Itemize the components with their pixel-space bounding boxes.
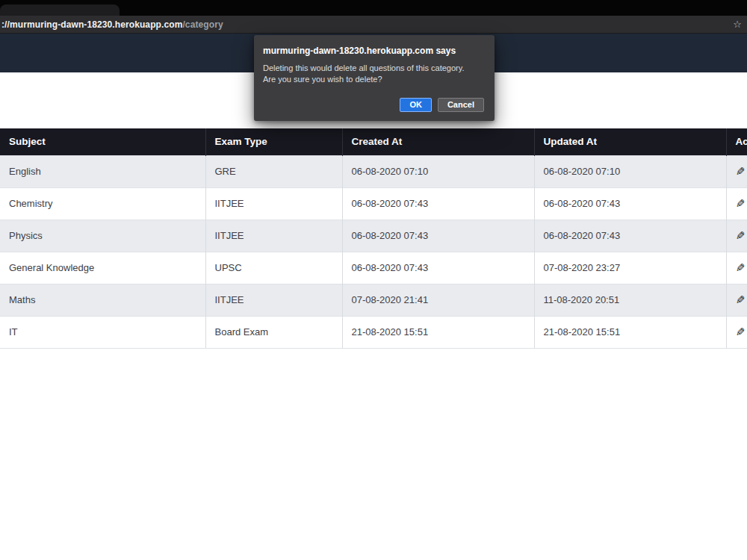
cell-actions: ✎ (726, 220, 747, 252)
edit-icon[interactable]: ✎ (736, 261, 746, 275)
header-exam-type: Exam Type (205, 128, 342, 155)
cell-exam-type: IITJEE (205, 220, 342, 252)
cell-actions: ✎ (726, 155, 747, 187)
alert-dialog-title: murmuring-dawn-18230.herokuapp.com says (263, 46, 484, 56)
cell-actions: ✎ (726, 187, 747, 220)
alert-dialog: murmuring-dawn-18230.herokuapp.com says … (254, 35, 495, 121)
cell-exam-type: UPSC (205, 252, 342, 284)
cell-updated-at: 06-08-2020 07:43 (534, 220, 726, 252)
cell-exam-type: GRE (205, 155, 342, 187)
table-row: Chemistry IITJEE 06-08-2020 07:43 06-08-… (0, 187, 747, 220)
header-created-at: Created At (342, 128, 534, 155)
cell-actions: ✎ (726, 316, 747, 348)
alert-dialog-buttons: OK Cancel (263, 98, 484, 112)
header-subject: Subject (0, 128, 205, 155)
cell-subject: General Knowledge (0, 252, 205, 284)
cell-created-at: 06-08-2020 07:43 (342, 187, 534, 220)
url-text: ://murmuring-dawn-18230.herokuapp.com/ca… (0, 19, 223, 30)
edit-icon[interactable]: ✎ (736, 229, 746, 243)
cell-created-at: 21-08-2020 15:51 (342, 316, 534, 348)
alert-message-line-2: Are you sure you wish to delete? (263, 75, 382, 84)
edit-icon[interactable]: ✎ (736, 293, 746, 307)
cell-updated-at: 06-08-2020 07:43 (534, 187, 726, 220)
cell-exam-type: IITJEE (205, 284, 342, 316)
edit-icon[interactable]: ✎ (736, 197, 746, 211)
browser-tab[interactable] (0, 4, 120, 16)
cell-subject: Chemistry (0, 187, 205, 220)
cancel-button[interactable]: Cancel (438, 98, 484, 112)
cell-subject: Physics (0, 220, 205, 252)
edit-icon[interactable]: ✎ (736, 326, 746, 339)
cell-updated-at: 07-08-2020 23:27 (534, 252, 726, 284)
cell-subject: IT (0, 316, 205, 348)
cell-updated-at: 06-08-2020 07:10 (534, 155, 726, 187)
cell-actions: ✎ (726, 284, 747, 316)
url-host: murmuring-dawn-18230.herokuapp.com (10, 19, 182, 30)
cell-subject: English (0, 155, 205, 187)
table-header-row: Subject Exam Type Created At Updated At … (0, 128, 747, 155)
cell-actions: ✎ (726, 252, 747, 284)
page-content: Subject Exam Type Created At Updated At … (0, 72, 747, 560)
edit-icon[interactable]: ✎ (736, 165, 746, 178)
bookmark-star-icon[interactable]: ☆ (733, 18, 742, 31)
url-path: /category (182, 19, 223, 30)
cell-updated-at: 11-08-2020 20:51 (534, 284, 726, 316)
browser-tab-strip (0, 0, 747, 16)
alert-message-line-1: Deleting this would delete all questions… (263, 63, 464, 72)
browser-address-bar[interactable]: ://murmuring-dawn-18230.herokuapp.com/ca… (0, 16, 747, 34)
cell-created-at: 06-08-2020 07:10 (342, 155, 534, 187)
table-row: Maths IITJEE 07-08-2020 21:41 11-08-2020… (0, 284, 747, 316)
cell-created-at: 06-08-2020 07:43 (342, 252, 534, 284)
url-scheme: :// (1, 19, 10, 30)
cell-updated-at: 21-08-2020 15:51 (534, 316, 726, 348)
header-actions: Actions (726, 128, 747, 155)
alert-dialog-message: Deleting this would delete all questions… (263, 63, 484, 85)
header-updated-at: Updated At (534, 128, 726, 155)
table-row: IT Board Exam 21-08-2020 15:51 21-08-202… (0, 316, 747, 348)
category-table: Subject Exam Type Created At Updated At … (0, 128, 747, 349)
table-row: Physics IITJEE 06-08-2020 07:43 06-08-20… (0, 220, 747, 252)
cell-created-at: 07-08-2020 21:41 (342, 284, 534, 316)
ok-button[interactable]: OK (400, 98, 432, 112)
cell-subject: Maths (0, 284, 205, 316)
cell-exam-type: IITJEE (205, 187, 342, 220)
table-row: General Knowledge UPSC 06-08-2020 07:43 … (0, 252, 747, 284)
cell-created-at: 06-08-2020 07:43 (342, 220, 534, 252)
table-row: English GRE 06-08-2020 07:10 06-08-2020 … (0, 155, 747, 187)
cell-exam-type: Board Exam (205, 316, 342, 348)
